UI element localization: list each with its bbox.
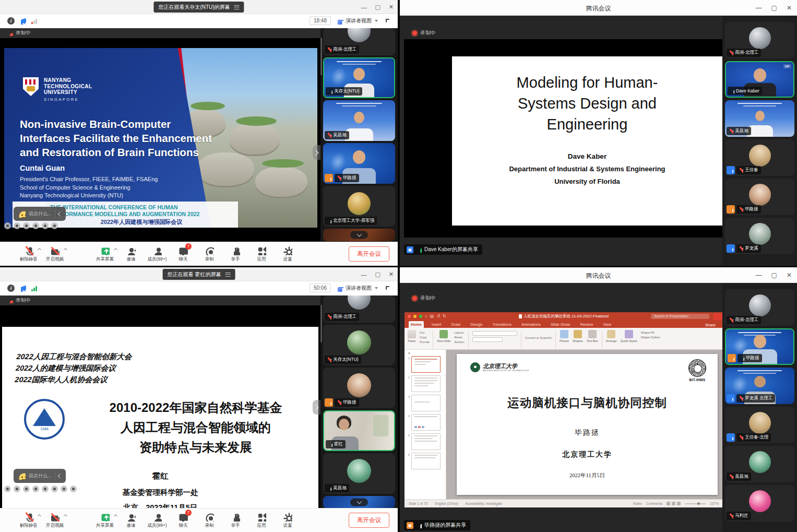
- expand-caret-icon[interactable]: [64, 247, 67, 251]
- fullscreen-button[interactable]: [384, 285, 391, 292]
- tab-slideshow[interactable]: Slide Show: [549, 321, 573, 328]
- annotation-floating-button[interactable]: [713, 313, 722, 320]
- participant-tile-active[interactable]: 霍红: [323, 410, 395, 451]
- shape-outline-button[interactable]: Shape Outline: [641, 336, 660, 339]
- smiley-icon[interactable]: [18, 472, 26, 480]
- shape-fill-button[interactable]: Shape Fill: [641, 331, 660, 334]
- participant-tile[interactable]: 商润-北理工: [725, 289, 794, 326]
- share-screen-button[interactable]: 共享屏幕: [92, 246, 118, 263]
- security-shield-icon[interactable]: [19, 285, 26, 292]
- fullscreen-button[interactable]: [384, 17, 391, 25]
- save-icon[interactable]: ▤: [430, 314, 434, 318]
- slide-thumb-2[interactable]: 2: [407, 375, 444, 392]
- expand-caret-icon[interactable]: [114, 247, 117, 251]
- participant-tile[interactable]: 罗龙溪: [725, 218, 794, 254]
- slide-thumb-6[interactable]: 6: [407, 453, 444, 469]
- participant-tile[interactable]: 吴昌旭: [323, 100, 395, 141]
- textbox-button[interactable]: Text Box: [587, 330, 598, 342]
- minimize-button[interactable]: —: [756, 4, 762, 11]
- tab-insert[interactable]: Insert: [430, 321, 444, 328]
- window-titlebar[interactable]: 腾讯会议 — ▢ ✕: [400, 267, 797, 283]
- apps-button[interactable]: 应用: [248, 512, 275, 529]
- expand-caret-icon[interactable]: [64, 514, 67, 517]
- tab-home[interactable]: Home: [409, 321, 424, 328]
- search-presentation-input[interactable]: Search in Presentation: [651, 314, 709, 319]
- tab-draw[interactable]: Draw: [449, 321, 463, 328]
- window-titlebar[interactable]: 您正在观看关存太(NTU)的屏幕 — ▢ ✕: [0, 0, 398, 14]
- annotation-tool-icon[interactable]: [42, 222, 49, 229]
- participant-tile-active[interactable]: 关存太(NTU): [323, 57, 395, 98]
- picture-button[interactable]: Picture: [560, 330, 569, 342]
- mac-minimize-button[interactable]: [413, 315, 417, 318]
- annotation-tool-icon[interactable]: [42, 486, 49, 492]
- annotation-toolbar[interactable]: [4, 486, 77, 492]
- rail-scrollbar[interactable]: [320, 305, 322, 342]
- annotation-tool-icon[interactable]: [32, 486, 39, 492]
- security-shield-icon[interactable]: [19, 17, 26, 25]
- next-page-chevron[interactable]: [313, 145, 320, 160]
- annotation-tool-icon[interactable]: [23, 222, 30, 229]
- convert-smartart-button[interactable]: Convert to SmartArt: [525, 336, 552, 339]
- annotation-tool-icon[interactable]: [32, 222, 39, 229]
- leave-meeting-button[interactable]: 离开会议: [349, 513, 389, 528]
- layout-button[interactable]: Layout: [454, 331, 464, 334]
- window-menu-icon[interactable]: [225, 273, 230, 277]
- language-status[interactable]: English (China): [435, 502, 458, 505]
- comments-toggle[interactable]: Comments: [646, 502, 662, 505]
- annotation-tool-icon[interactable]: [23, 486, 30, 492]
- ppt-titlebar[interactable]: ⌂ ▤ ↺ ↻ 人机混合智能车的脑控系统-11-03-2022-Finalize…: [405, 312, 723, 321]
- participant-tile[interactable]: 商润-北理工: [323, 28, 395, 55]
- participant-tile[interactable]: 吴昌旭: [725, 100, 794, 137]
- redo-icon[interactable]: ↻: [443, 314, 446, 318]
- zoom-level[interactable]: 157%: [710, 502, 719, 505]
- minimize-button[interactable]: —: [361, 4, 366, 10]
- rail-scrollbar[interactable]: [320, 38, 322, 75]
- quick-styles-button[interactable]: Quick Styles: [621, 330, 637, 342]
- unmute-button[interactable]: 解除静音: [16, 512, 42, 529]
- participant-tile[interactable]: 毕路拯: [323, 143, 395, 184]
- participant-tile[interactable]: 关存太(NTU): [323, 325, 395, 365]
- participant-tile-active[interactable]: UF Dave Kaber: [725, 61, 794, 98]
- invite-button[interactable]: 邀请: [118, 246, 144, 263]
- tab-animations[interactable]: Animations: [519, 321, 543, 328]
- close-button[interactable]: ✕: [389, 4, 394, 10]
- close-button[interactable]: ✕: [787, 271, 792, 279]
- start-video-button[interactable]: 开启视频: [42, 512, 68, 529]
- participant-tile[interactable]: 吴昌旭: [323, 453, 395, 494]
- quick-reaction-bar[interactable]: 说点什么...: [14, 207, 66, 221]
- unmute-button[interactable]: 解除静音: [16, 246, 42, 263]
- leave-meeting-button[interactable]: 离开会议: [349, 246, 389, 262]
- view-mode-button[interactable]: 演讲者视图: [337, 283, 378, 293]
- expand-caret-icon[interactable]: [38, 247, 41, 251]
- undo-icon[interactable]: ↺: [436, 314, 440, 318]
- arrange-button[interactable]: Arrange: [606, 330, 617, 342]
- maximize-button[interactable]: ▢: [771, 271, 777, 279]
- minimize-button[interactable]: —: [756, 271, 762, 279]
- copy-button[interactable]: Copy: [420, 336, 429, 339]
- maximize-button[interactable]: ▢: [771, 4, 777, 11]
- meeting-info-icon[interactable]: i: [7, 17, 15, 25]
- annotation-tool-icon[interactable]: [51, 486, 58, 492]
- apps-button[interactable]: 应用: [248, 246, 275, 263]
- participant-tile[interactable]: [323, 496, 395, 509]
- tab-review[interactable]: Review: [578, 321, 596, 328]
- participant-tile[interactable]: 王佳春: [725, 139, 794, 176]
- tab-view[interactable]: View: [601, 321, 613, 328]
- participant-tile[interactable]: 毕路拯: [323, 368, 395, 408]
- annotation-tool-icon[interactable]: [61, 486, 67, 492]
- slide-thumb-5[interactable]: 5: [407, 433, 444, 450]
- smiley-icon[interactable]: [18, 210, 26, 218]
- collapse-left-icon[interactable]: [57, 474, 62, 478]
- mac-zoom-button[interactable]: [419, 315, 422, 318]
- tab-transitions[interactable]: Transitions: [490, 321, 513, 328]
- settings-button[interactable]: 设置: [275, 246, 301, 263]
- new-slide-button[interactable]: New Slide: [437, 330, 450, 342]
- section-button[interactable]: Section: [454, 340, 464, 344]
- accessibility-status[interactable]: Accessibility: Investigate: [466, 502, 502, 505]
- window-titlebar[interactable]: 您正在观看 霍红的屏幕 — ▢ ✕: [0, 267, 398, 281]
- collapse-rail-button[interactable]: [350, 499, 368, 506]
- mac-close-button[interactable]: [408, 315, 411, 318]
- view-switcher-icons[interactable]: [667, 502, 681, 505]
- annotation-toolbar[interactable]: [4, 222, 58, 229]
- font-controls[interactable]: [472, 330, 517, 342]
